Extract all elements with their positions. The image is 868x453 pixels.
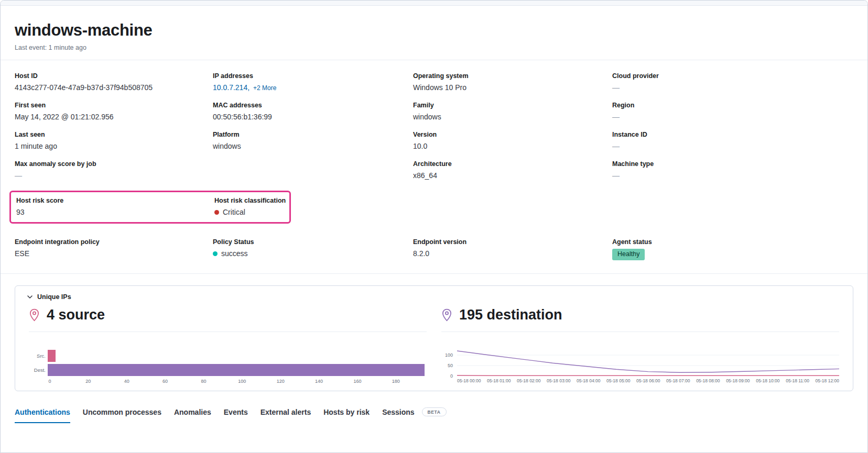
field-endpoint-integration-policy: Endpoint integration policyESE <box>15 238 213 259</box>
tab-events[interactable]: Events <box>224 408 248 423</box>
x-axis-tick-label: 05-18 00:00 <box>457 378 481 383</box>
x-axis-tick-label: 20 <box>85 379 91 384</box>
x-axis-tick-label: 05-18 11:00 <box>786 378 809 383</box>
field-label: Instance ID <box>612 131 853 138</box>
bar-chart-x-axis: 020406080100120140160180 <box>50 377 427 385</box>
x-axis-tick-label: 05-18 12:00 <box>816 378 839 383</box>
unique-ips-body: 4 source Src.Dest. 020406080100120140160… <box>21 303 847 385</box>
x-axis-tick-label: 160 <box>353 379 361 384</box>
field-value: Healthy <box>612 249 853 260</box>
tab-external-alerts[interactable]: External alerts <box>261 408 311 423</box>
chevron-down-icon[interactable] <box>27 294 33 300</box>
destination-count-heading: 195 destination <box>441 303 839 332</box>
bar-chart-row: Dest. <box>29 363 427 377</box>
field-max-anomaly-score-by-job: Max anomaly score by job— <box>15 160 213 181</box>
source-ips-section: 4 source Src.Dest. 020406080100120140160… <box>21 303 434 385</box>
overview-column: IP addresses10.0.7.214,+2 MoreMAC addres… <box>213 72 413 160</box>
beta-badge: BETA <box>422 407 447 416</box>
tab-anomalies[interactable]: Anomalies <box>174 408 211 423</box>
field-label: First seen <box>15 102 213 109</box>
endpoint-status-row: Endpoint integration policyESEPolicy Sta… <box>15 238 853 269</box>
source-count-title: 4 source <box>47 307 105 323</box>
success-status-dot-icon <box>213 251 218 256</box>
source-count-heading: 4 source <box>29 303 427 332</box>
field-label: Architecture <box>413 160 612 168</box>
unique-ips-panel: Unique IPs 4 source Src.Dest. 0204060801… <box>15 285 853 391</box>
unique-ips-title: Unique IPs <box>37 293 71 301</box>
field-first-seen: First seenMay 14, 2022 @ 01:21:02.956 <box>15 102 213 122</box>
series-line-destination <box>457 351 839 372</box>
field-label: Max anomaly score by job <box>15 160 213 168</box>
unique-ips-panel-header: Unique IPs <box>21 293 847 301</box>
field-value: — <box>15 171 213 181</box>
chart-divider <box>441 332 839 332</box>
x-axis-tick-label: 05-18 02:00 <box>517 378 540 383</box>
y-axis-tick-label: 0 <box>450 373 453 379</box>
field-label: Family <box>413 102 612 109</box>
unique-ips-bar-chart: Src.Dest. 020406080100120140160180 <box>29 349 427 385</box>
unique-ips-line-chart: 050100 05-18 00:0005-18 01:0005-18 02:00… <box>441 349 839 383</box>
tab-bar: AuthenticationsUncommon processesAnomali… <box>15 408 853 423</box>
ip-address-link[interactable]: 10.0.7.214, <box>213 83 249 92</box>
field-host-risk-classification: Host risk classification Critical <box>214 197 289 217</box>
x-axis-tick-label: 05-18 01:00 <box>487 378 511 383</box>
field-region: Region— <box>612 102 853 122</box>
x-axis-tick-label: 05-18 10:00 <box>756 378 779 383</box>
tab-sessions[interactable]: Sessions <box>382 408 414 423</box>
field-label: Last seen <box>15 131 213 138</box>
field-value: Windows 10 Pro <box>413 83 612 93</box>
field-label: Host risk score <box>16 197 214 204</box>
page-title: windows-machine <box>15 21 853 40</box>
y-axis-tick-label: 50 <box>448 363 453 368</box>
field-label: Endpoint version <box>413 238 612 246</box>
field-value: 8.2.0 <box>413 249 612 259</box>
x-axis-tick-label: 180 <box>392 379 400 384</box>
more-ips-link[interactable]: +2 More <box>253 84 276 92</box>
section-divider <box>1 273 867 274</box>
field-label: Region <box>612 102 853 109</box>
field-label: Agent status <box>612 238 853 246</box>
field-value: — <box>612 83 853 93</box>
x-axis-tick-label: 120 <box>277 379 285 384</box>
line-chart-svg <box>457 349 839 376</box>
overview-column: Host ID4143c277-074e-47a9-b37d-37f94b508… <box>15 72 213 190</box>
field-value: May 14, 2022 @ 01:21:02.956 <box>15 112 213 122</box>
bar-chart-rows: Src.Dest. <box>29 349 427 377</box>
field-ip-addresses: IP addresses10.0.7.214,+2 More <box>213 72 413 93</box>
map-pin-icon <box>441 308 452 322</box>
x-axis-tick-label: 05-18 09:00 <box>726 378 750 383</box>
field-value: windows <box>213 141 413 151</box>
field-value: — <box>612 141 853 151</box>
field-value: windows <box>413 112 612 122</box>
last-event-text: Last event: 1 minute ago <box>15 44 853 51</box>
field-label: Host ID <box>15 72 213 80</box>
host-risk-classification-value: Critical <box>214 207 289 217</box>
field-cloud-provider: Cloud provider— <box>612 72 853 93</box>
tab-authentications[interactable]: Authentications <box>15 408 70 423</box>
field-host-id: Host ID4143c277-074e-47a9-b37d-37f94b508… <box>15 72 213 93</box>
bar-track <box>48 350 427 362</box>
line-chart-x-axis: 05-18 00:0005-18 01:0005-18 02:0005-18 0… <box>457 378 839 383</box>
field-endpoint-version: Endpoint version8.2.0 <box>413 238 612 259</box>
field-label: Policy Status <box>213 238 413 246</box>
agent-status-badge: Healthy <box>612 249 645 260</box>
field-value: 00:50:56:b1:36:99 <box>213 112 413 122</box>
x-axis-tick-label: 05-18 03:00 <box>547 378 570 383</box>
field-instance-id: Instance ID— <box>612 131 853 151</box>
field-operating-system: Operating systemWindows 10 Pro <box>413 72 612 93</box>
line-chart-plot <box>457 349 839 376</box>
host-risk-highlight: Host risk score 93 Host risk classificat… <box>9 191 291 224</box>
field-architecture: Architecturex86_64 <box>413 160 612 181</box>
field-value: 10.0 <box>413 141 612 151</box>
status-text: success <box>221 249 248 258</box>
field-value: — <box>612 112 853 122</box>
tab-hosts-by-risk[interactable]: Hosts by risk <box>323 408 370 423</box>
destination-ips-section: 195 destination 050100 05-18 00:0005-18 … <box>434 303 847 385</box>
header-divider <box>1 60 867 60</box>
host-details-page: windows-machine Last event: 1 minute ago… <box>0 0 868 453</box>
field-label: Version <box>413 131 612 138</box>
field-value: 4143c277-074e-47a9-b37d-37f94b508705 <box>15 83 213 93</box>
page-content: windows-machine Last event: 1 minute ago… <box>1 6 867 423</box>
tab-uncommon-processes[interactable]: Uncommon processes <box>83 408 161 423</box>
x-axis-tick-label: 140 <box>315 379 323 384</box>
